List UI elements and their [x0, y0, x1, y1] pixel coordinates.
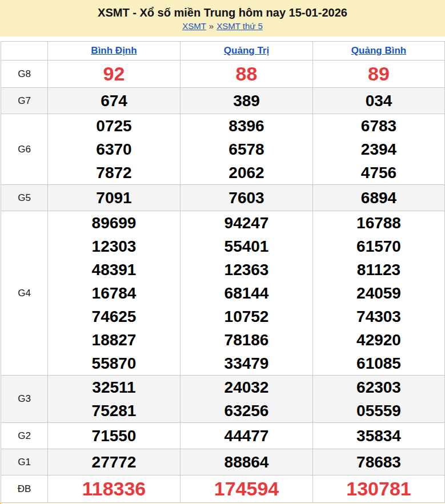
result-cell: 6783 2394 4756	[313, 114, 445, 185]
result-cell: 130781	[313, 475, 445, 503]
result-number: 118336	[48, 475, 180, 502]
result-number: 75281	[48, 399, 180, 422]
table-row-g7: G7 674 389 034	[1, 88, 445, 114]
result-number: 24032	[181, 376, 312, 399]
result-cell: 7603	[181, 185, 313, 211]
result-number: 48391	[48, 258, 180, 281]
result-number: 27772	[48, 450, 180, 474]
prize-label-g3: G3	[1, 376, 48, 423]
column-header-binh-dinh: Bình Định	[48, 42, 181, 61]
prize-label-g8: G8	[1, 61, 48, 88]
result-number: 62303	[313, 376, 444, 399]
result-number: 7603	[181, 186, 312, 209]
result-number: 88	[181, 61, 312, 87]
result-number: 10752	[181, 305, 312, 328]
result-cell: 32511 75281	[48, 376, 181, 423]
result-number: 94247	[181, 211, 312, 235]
result-cell: 24032 63256	[181, 376, 313, 423]
result-number: 12363	[181, 258, 312, 281]
table-row-g3: G3 32511 75281 24032 63256 62303 05559	[1, 376, 445, 423]
province-link-binh-dinh[interactable]: Bình Định	[91, 45, 137, 56]
result-cell: 88	[181, 61, 313, 88]
table-row-g4: G4 89699 12303 48391 16784 74625 18827 5…	[1, 211, 445, 376]
result-number: 6578	[181, 138, 312, 161]
table-row-g8: G8 92 88 89	[1, 61, 445, 88]
result-number: 674	[48, 89, 180, 112]
breadcrumb-link-current[interactable]: XSMT thứ 5	[217, 21, 263, 31]
result-cell: 674	[48, 88, 181, 114]
result-number: 33479	[181, 352, 312, 375]
breadcrumb-link-xsmt[interactable]: XSMT	[182, 21, 206, 31]
result-number: 174594	[181, 475, 312, 502]
result-cell: 8396 6578 2062	[181, 114, 313, 185]
result-number: 2062	[181, 161, 312, 184]
result-cell: 94247 55401 12363 68144 10752 78186 3347…	[181, 211, 313, 376]
result-number: 61085	[313, 352, 444, 375]
result-cell: 27772	[48, 449, 181, 475]
result-cell: 7091	[48, 185, 181, 211]
result-number: 034	[313, 89, 444, 112]
corner-cell	[1, 42, 48, 61]
result-number: 74303	[313, 305, 444, 328]
table-row-g6: G6 0725 6370 7872 8396 6578 2062 6783 23…	[1, 114, 445, 185]
result-number: 7091	[48, 186, 180, 209]
table-header-row: Bình Định Quảng Trị Quảng Bình	[1, 42, 445, 61]
table-row-g2: G2 71550 44477 35834	[1, 423, 445, 449]
result-number: 71550	[48, 424, 180, 447]
result-number: 32511	[48, 376, 180, 399]
result-cell: 16788 61570 81123 24059 74303 42920 6108…	[313, 211, 445, 376]
result-cell: 62303 05559	[313, 376, 445, 423]
result-cell: 89	[313, 61, 445, 88]
result-number: 89699	[48, 211, 180, 235]
result-cell: 034	[313, 88, 445, 114]
breadcrumb-separator: »	[209, 21, 214, 31]
result-number: 12303	[48, 235, 180, 258]
result-number: 88864	[181, 450, 312, 474]
result-number: 44477	[181, 424, 312, 447]
result-cell: 35834	[313, 423, 445, 449]
result-number: 68144	[181, 281, 312, 305]
result-number: 16788	[313, 211, 444, 235]
result-number: 7872	[48, 161, 180, 184]
result-number: 05559	[313, 399, 444, 422]
result-number: 55401	[181, 235, 312, 258]
result-number: 78186	[181, 328, 312, 352]
prize-label-g7: G7	[1, 88, 48, 114]
result-number: 89	[313, 61, 444, 87]
result-number: 63256	[181, 399, 312, 422]
result-number: 6783	[313, 114, 444, 138]
result-number: 92	[48, 61, 180, 87]
table-row-g1: G1 27772 88864 78683	[1, 449, 445, 475]
result-cell: 174594	[181, 475, 313, 503]
result-number: 18827	[48, 328, 180, 352]
result-cell: 0725 6370 7872	[48, 114, 181, 185]
result-number: 55870	[48, 352, 180, 375]
prize-label-g4: G4	[1, 211, 48, 376]
column-header-quang-binh: Quảng Bình	[313, 42, 445, 61]
table-row-g5: G5 7091 7603 6894	[1, 185, 445, 211]
result-number: 6894	[313, 186, 444, 209]
prize-label-g5: G5	[1, 185, 48, 211]
result-number: 8396	[181, 114, 312, 138]
prize-label-g6: G6	[1, 114, 48, 185]
result-cell: 6894	[313, 185, 445, 211]
result-cell: 44477	[181, 423, 313, 449]
province-link-quang-tri[interactable]: Quảng Trị	[224, 45, 269, 56]
result-number: 74625	[48, 305, 180, 328]
result-number: 16784	[48, 281, 180, 305]
result-number: 4756	[313, 161, 444, 184]
prize-label-g1: G1	[1, 449, 48, 475]
result-cell: 92	[48, 61, 181, 88]
result-number: 35834	[313, 424, 444, 447]
result-cell: 118336	[48, 475, 181, 503]
result-cell: 71550	[48, 423, 181, 449]
result-number: 78683	[313, 450, 444, 474]
breadcrumb: XSMT»XSMT thứ 5	[0, 21, 445, 31]
result-number: 6370	[48, 138, 180, 161]
province-link-quang-binh[interactable]: Quảng Bình	[351, 45, 406, 56]
page-header: XSMT - Xổ số miền Trung hôm nay 15-01-20…	[0, 0, 445, 37]
result-number: 130781	[313, 475, 444, 502]
result-number: 42920	[313, 328, 444, 352]
prize-label-db: ĐB	[1, 475, 48, 503]
result-number: 81123	[313, 258, 444, 281]
